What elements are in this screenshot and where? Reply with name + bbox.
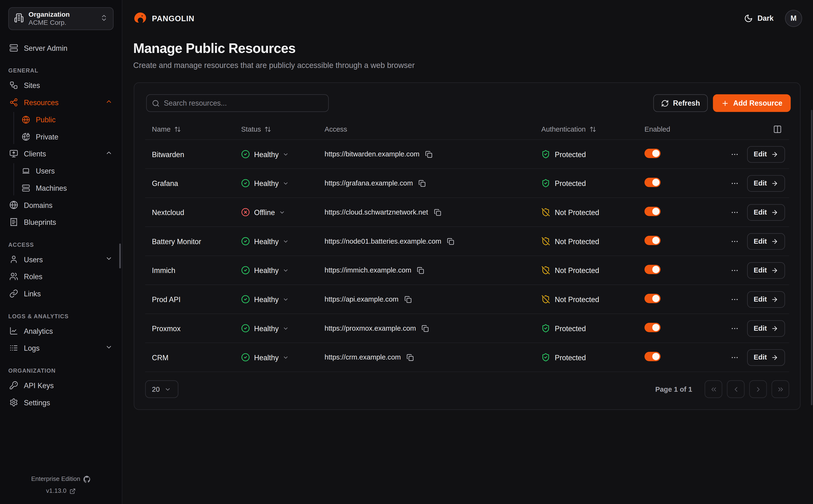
column-visibility-button[interactable] — [773, 125, 782, 134]
theme-toggle-button[interactable]: Dark — [744, 14, 774, 23]
brand[interactable]: PANGOLIN — [133, 11, 195, 25]
avatar[interactable]: M — [785, 10, 802, 27]
row-menu-button[interactable] — [730, 295, 739, 303]
sidebar-item-api-keys[interactable]: API Keys — [8, 377, 114, 394]
edition-link[interactable]: Enterprise Edition — [8, 473, 114, 485]
sidebar-item-blueprints[interactable]: Blueprints — [8, 213, 114, 231]
enabled-toggle[interactable] — [645, 149, 661, 158]
sidebar-item-label: Public — [36, 115, 113, 124]
sidebar-item-label: Private — [36, 132, 113, 141]
main-scrollbar-thumb[interactable] — [811, 110, 813, 405]
status-dropdown[interactable]: Healthy — [241, 237, 325, 246]
status-dropdown[interactable]: Healthy — [241, 324, 325, 333]
top-header: PANGOLIN Dark M — [122, 0, 813, 36]
shield-off-icon — [541, 266, 550, 275]
key-icon — [9, 381, 18, 390]
copy-url-button[interactable] — [422, 325, 429, 332]
sidebar-item-resources[interactable]: Resources — [8, 94, 114, 111]
last-page-button[interactable] — [772, 380, 789, 398]
row-menu-button[interactable] — [730, 208, 739, 216]
sidebar-item-private[interactable]: Private — [21, 128, 114, 145]
column-header-authentication[interactable]: Authentication — [541, 125, 645, 133]
row-menu-button[interactable] — [730, 324, 739, 333]
copy-url-button[interactable] — [417, 267, 424, 274]
copy-url-button[interactable] — [404, 296, 411, 303]
edit-button[interactable]: Edit — [747, 233, 785, 250]
copy-url-button[interactable] — [447, 238, 454, 245]
status-dropdown[interactable]: Offline — [241, 208, 325, 217]
add-resource-button[interactable]: Add Resource — [713, 94, 791, 112]
version-link[interactable]: v1.13.0 — [8, 485, 114, 497]
chevron-down-icon — [283, 267, 289, 273]
row-menu-button[interactable] — [730, 237, 739, 245]
sidebar-item-machines[interactable]: Machines — [21, 179, 114, 196]
copy-url-button[interactable] — [419, 180, 426, 187]
edit-button[interactable]: Edit — [747, 291, 785, 308]
copy-icon — [425, 150, 432, 158]
shield-off-icon — [541, 208, 550, 217]
edit-button[interactable]: Edit — [747, 175, 785, 192]
resource-url: https://node01.batteries.example.com — [325, 237, 441, 245]
edit-button[interactable]: Edit — [747, 349, 785, 366]
arrow-right-icon — [771, 325, 778, 332]
row-menu-button[interactable] — [730, 266, 739, 274]
column-header-status[interactable]: Status — [241, 125, 325, 133]
next-page-button[interactable] — [749, 380, 767, 398]
sidebar-item-client-users[interactable]: Users — [21, 162, 114, 179]
copy-url-button[interactable] — [434, 209, 441, 216]
enabled-toggle[interactable] — [645, 265, 661, 274]
enabled-toggle[interactable] — [645, 352, 661, 361]
sidebar-item-users[interactable]: Users — [8, 251, 114, 268]
section-label-organization: ORGANIZATION — [8, 367, 114, 374]
sidebar-scrollbar-thumb[interactable] — [119, 244, 121, 268]
enabled-toggle[interactable] — [645, 207, 661, 216]
sidebar-item-domains[interactable]: Domains — [8, 196, 114, 214]
copy-url-button[interactable] — [406, 354, 414, 361]
chevron-down-icon — [283, 296, 289, 302]
enabled-toggle[interactable] — [645, 178, 661, 187]
org-selector[interactable]: Organization ACME Corp. — [8, 7, 114, 30]
link-icon — [9, 289, 18, 298]
resource-url: https://crm.example.com — [325, 353, 401, 361]
copy-url-button[interactable] — [425, 150, 432, 158]
edit-button[interactable]: Edit — [747, 204, 785, 221]
status-dropdown[interactable]: Healthy — [241, 266, 325, 275]
edit-button[interactable]: Edit — [747, 262, 785, 279]
row-menu-button[interactable] — [730, 150, 739, 158]
status-dropdown[interactable]: Healthy — [241, 295, 325, 304]
enabled-toggle[interactable] — [645, 294, 661, 303]
authentication-status: Not Protected — [541, 295, 645, 304]
previous-page-button[interactable] — [727, 380, 745, 398]
sidebar-item-roles[interactable]: Roles — [8, 268, 114, 285]
circle-check-icon — [241, 353, 250, 362]
sidebar-item-clients[interactable]: Clients — [8, 145, 114, 162]
sidebar-item-analytics[interactable]: Analytics — [8, 322, 114, 339]
first-page-button[interactable] — [705, 380, 722, 398]
sidebar-item-label: Clients — [24, 149, 99, 158]
enabled-toggle[interactable] — [645, 323, 661, 332]
shield-check-icon — [541, 324, 550, 333]
sidebar-item-sites[interactable]: Sites — [8, 77, 114, 94]
sidebar-item-settings[interactable]: Settings — [8, 394, 114, 411]
row-menu-button[interactable] — [730, 353, 739, 361]
sidebar-item-public[interactable]: Public — [21, 111, 114, 128]
status-dropdown[interactable]: Healthy — [241, 179, 325, 188]
edit-button[interactable]: Edit — [747, 320, 785, 337]
edit-button[interactable]: Edit — [747, 146, 785, 163]
status-dropdown[interactable]: Healthy — [241, 150, 325, 159]
ellipsis-icon — [730, 237, 739, 245]
chevron-down-icon — [279, 209, 285, 215]
search-input[interactable] — [164, 99, 323, 107]
row-menu-button[interactable] — [730, 179, 739, 187]
sidebar-item-server-admin[interactable]: Server Admin — [8, 39, 114, 57]
status-dropdown[interactable]: Healthy — [241, 353, 325, 362]
sidebar-item-links[interactable]: Links — [8, 285, 114, 302]
sidebar-item-logs[interactable]: Logs — [8, 339, 114, 357]
resource-name: Battery Monitor — [152, 237, 241, 245]
column-header-name[interactable]: Name — [152, 125, 241, 133]
page-size-select[interactable]: 20 — [145, 380, 178, 398]
column-header-enabled: Enabled — [645, 125, 728, 133]
refresh-button[interactable]: Refresh — [653, 94, 708, 112]
authentication-label: Protected — [555, 353, 586, 361]
enabled-toggle[interactable] — [645, 236, 661, 245]
